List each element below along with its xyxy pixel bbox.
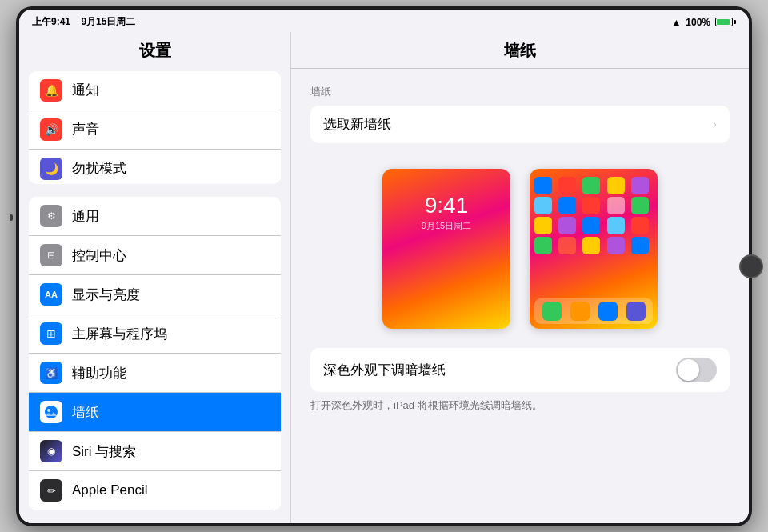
app-icon-4 [607, 177, 625, 194]
sidebar-title: 设置 [19, 32, 290, 71]
wallpaper-icon [40, 401, 62, 423]
app-icon-9 [607, 197, 625, 214]
status-time-date: 上午9:41 9月15日周二 [32, 15, 135, 29]
dnd-label: 勿扰模式 [72, 159, 126, 178]
app-icon-2 [558, 177, 576, 194]
app-icon-15 [631, 217, 649, 234]
battery-body [715, 18, 733, 26]
status-time: 上午9:41 [32, 16, 70, 27]
dnd-icon: 🌙 [40, 158, 62, 180]
siri-label: Siri 与搜索 [72, 442, 136, 461]
display-icon: AA [40, 283, 62, 306]
section-label: 墙纸 [310, 85, 730, 99]
control-icon: ⊟ [40, 244, 62, 266]
ipad-screen: 上午9:41 9月15日周二 ▲ 100% 设置 [19, 10, 749, 523]
home-button[interactable] [739, 254, 763, 278]
select-wallpaper-label: 选取新墙纸 [323, 115, 391, 134]
sidebar-item-wallpaper[interactable]: 墙纸 [29, 393, 281, 432]
dark-mode-helper: 打开深色外观时，iPad 将根据环境光线调暗墙纸。 [310, 398, 730, 413]
panel-title: 墙纸 [291, 32, 749, 69]
app-icon-16 [534, 237, 552, 254]
app-icon-7 [558, 197, 576, 214]
wallpaper-label: 墙纸 [72, 403, 99, 422]
sidebar-item-sound[interactable]: 🔊 声音 [29, 110, 281, 150]
panel-content: 墙纸 选取新墙纸 › 9:41 9月15日周二 [291, 69, 749, 429]
battery-tip [734, 20, 736, 24]
select-wallpaper-row[interactable]: 选取新墙纸 › [310, 106, 730, 143]
wifi-icon: ▲ [671, 17, 681, 28]
toggle-thumb [678, 359, 699, 381]
pencil-label: Apple Pencil [72, 482, 148, 498]
app-icon-10 [631, 197, 649, 214]
app-icon-13 [582, 217, 600, 234]
siri-icon: ◉ [40, 440, 62, 462]
app-icon-17 [558, 237, 576, 254]
svg-point-1 [47, 409, 50, 412]
status-date: 9月15日周二 [81, 16, 135, 27]
sidebar-item-notification[interactable]: 🔔 通知 [29, 71, 281, 110]
sidebar-item-control[interactable]: ⊟ 控制中心 [29, 236, 281, 275]
sidebar-item-siri[interactable]: ◉ Siri 与搜索 [29, 432, 281, 471]
main-content: 设置 🔔 通知 🔊 声音 🌙 勿扰模式 [19, 32, 749, 523]
sound-icon: 🔊 [40, 118, 62, 141]
home-screen-preview [530, 169, 658, 329]
sidebar-item-homescreen[interactable]: ⊞ 主屏幕与程序坞 [29, 314, 281, 354]
sidebar-group-2: ⚙ 通用 ⊟ 控制中心 AA 显示与亮度 ⊞ 主屏幕与程序坞 [29, 197, 281, 510]
dock-icon-1 [542, 302, 562, 321]
status-bar: 上午9:41 9月15日周二 ▲ 100% [19, 10, 749, 32]
app-icon-6 [534, 197, 552, 214]
sidebar: 设置 🔔 通知 🔊 声音 🌙 勿扰模式 [19, 32, 291, 523]
sidebar-item-display[interactable]: AA 显示与亮度 [29, 275, 281, 314]
right-panel: 墙纸 墙纸 选取新墙纸 › 9:41 [291, 32, 749, 523]
app-icon-14 [607, 217, 625, 234]
lock-screen-thumb[interactable]: 9:41 9月15日周二 [382, 169, 510, 329]
app-icon-18 [582, 237, 600, 254]
app-icon-5 [631, 177, 649, 194]
pencil-icon: ✏ [40, 479, 62, 502]
control-label: 控制中心 [72, 246, 126, 265]
sidebar-item-accessibility[interactable]: ♿ 辅助功能 [29, 354, 281, 393]
dark-mode-label: 深色外观下调暗墙纸 [323, 361, 446, 379]
battery-percent: 100% [686, 17, 710, 28]
dock-icon-2 [570, 302, 590, 321]
wallpaper-previews: 9:41 9月15日周二 [310, 156, 730, 348]
ipad-frame: 上午9:41 9月15日周二 ▲ 100% 设置 [16, 6, 752, 526]
sidebar-item-dnd[interactable]: 🌙 勿扰模式 [29, 150, 281, 185]
select-wallpaper-group: 选取新墙纸 › [310, 106, 730, 143]
accessibility-icon: ♿ [40, 362, 62, 384]
app-icon-3 [582, 177, 600, 194]
homescreen-icon: ⊞ [40, 322, 62, 345]
homescreen-label: 主屏幕与程序坞 [72, 325, 167, 343]
volume-button [10, 214, 13, 221]
chevron-right-icon: › [713, 118, 717, 130]
lock-screen-preview: 9:41 9月15日周二 [382, 169, 510, 329]
sidebar-item-general[interactable]: ⚙ 通用 [29, 197, 281, 236]
app-icon-20 [631, 237, 649, 254]
dark-mode-row: 深色外观下调暗墙纸 [310, 348, 730, 392]
battery-icon [715, 18, 736, 26]
notification-icon: 🔔 [40, 79, 62, 102]
svg-point-0 [45, 406, 58, 418]
accessibility-label: 辅助功能 [72, 364, 126, 382]
dock-icon-4 [626, 302, 646, 321]
battery-fill [717, 19, 730, 25]
sound-label: 声音 [72, 120, 99, 138]
sidebar-item-pencil[interactable]: ✏ Apple Pencil [29, 471, 281, 510]
app-icon-1 [534, 177, 552, 194]
display-label: 显示与亮度 [72, 286, 140, 304]
home-icons-grid [534, 177, 653, 254]
app-icon-11 [534, 217, 552, 234]
general-icon: ⚙ [40, 205, 62, 227]
status-indicators: ▲ 100% [671, 17, 736, 28]
dark-mode-toggle[interactable] [676, 358, 717, 382]
general-label: 通用 [72, 207, 99, 226]
app-icon-12 [558, 217, 576, 234]
wallpaper-svg [44, 405, 58, 419]
dock-icon-3 [598, 302, 618, 321]
lock-screen-date: 9月15日周二 [422, 220, 471, 232]
home-dock [534, 298, 653, 324]
notification-label: 通知 [72, 81, 99, 99]
lock-screen-time: 9:41 [425, 193, 469, 218]
sidebar-group-1: 🔔 通知 🔊 声音 🌙 勿扰模式 ⏳ 屏幕使用时间 [29, 71, 281, 185]
home-screen-thumb[interactable] [530, 169, 658, 329]
